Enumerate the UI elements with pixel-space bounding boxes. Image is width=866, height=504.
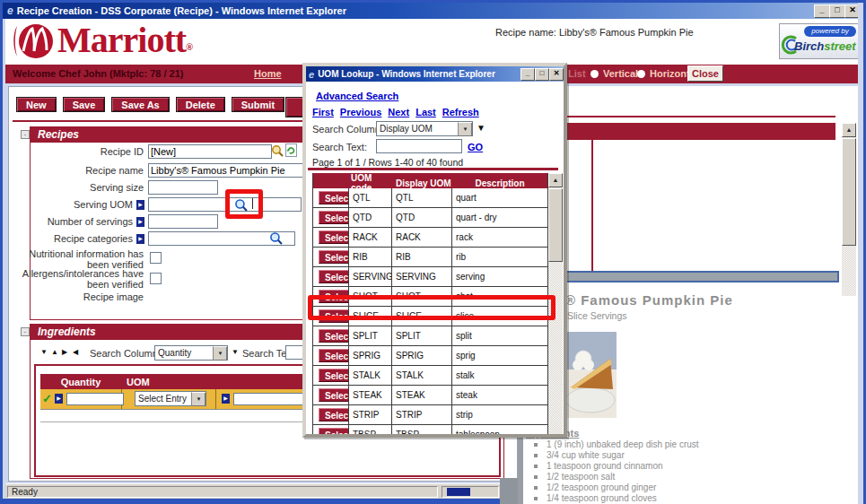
uom-table-row: Select STEAK STEAK steak (313, 386, 547, 405)
select-button[interactable]: Select (319, 250, 349, 264)
toolbar-button[interactable]: Delete (176, 97, 225, 112)
nutritional-verified-checkbox[interactable] (150, 252, 162, 264)
uom-lookup-popup: e UOM Lookup - Windows Internet Explorer… (302, 63, 567, 438)
annotation-slice-row (308, 295, 555, 320)
select-button[interactable]: Select (319, 230, 349, 244)
recipe-id-lookup-icon[interactable] (271, 144, 284, 157)
sort-up-icon[interactable]: ▲ (51, 348, 58, 356)
maximize-button[interactable]: □ (829, 4, 845, 18)
select-button[interactable]: Select (319, 211, 349, 224)
popup-minimize-button[interactable]: _ (520, 68, 535, 81)
number-of-servings-input[interactable] (148, 214, 218, 229)
toolbar-button[interactable]: New (16, 97, 57, 112)
pager-link[interactable]: Refresh (442, 107, 479, 117)
popup-maximize-button[interactable]: □ (535, 68, 549, 81)
move-right-icon[interactable]: ▶ (62, 348, 67, 356)
scroll-up-icon[interactable]: ▲ (842, 123, 856, 137)
uom-code-cell: SERVING (349, 267, 392, 286)
preview-ingredient-text: 1/2 teaspoon ground ginger (547, 482, 656, 492)
uom-code-cell: STEAK (349, 386, 392, 404)
uom-table-row: Select SERVING SERVING serving (313, 267, 547, 287)
select-button[interactable]: Select (319, 191, 349, 204)
advanced-search-link[interactable]: Advanced Search (316, 91, 398, 101)
bullet-icon (534, 475, 538, 479)
dropdown-arrow-icon[interactable]: ▼ (213, 346, 227, 361)
recipe-name-input[interactable] (148, 163, 326, 178)
display-uom-cell: RIB (392, 248, 452, 266)
window-border-top (0, 0, 866, 3)
go-link[interactable]: GO (468, 142, 483, 152)
popup-page-info: Page 1 of 1 / Rows 1-40 of 40 found (312, 157, 463, 168)
quantity-input[interactable] (66, 393, 124, 405)
pager-link[interactable]: First (312, 107, 334, 117)
move-left-icon[interactable]: ◀ (73, 348, 78, 356)
select-button[interactable]: Select (319, 388, 349, 402)
close-panel-button[interactable]: Close (687, 65, 723, 82)
display-uom-cell: TBSP (392, 425, 452, 434)
popup-close-button[interactable]: ✕ (549, 68, 564, 81)
ing-search-column-select[interactable]: Quantity ▼ (154, 345, 228, 361)
uom-code-cell: SPLIT (349, 326, 392, 345)
recipe-categories-lookup-icon[interactable] (269, 231, 283, 245)
uom-select[interactable]: Select Entry ▼ (135, 391, 206, 406)
scrollbar-thumb[interactable] (842, 138, 856, 246)
popup-filter-icon[interactable]: ▼ (477, 123, 485, 133)
marriott-wordmark: Marriott® (57, 19, 192, 61)
select-button[interactable]: Select (319, 270, 349, 283)
select-cell: Select (313, 208, 349, 227)
view-vertical-label: Vertical (603, 68, 638, 79)
recipes-collapse-icon[interactable]: - (21, 130, 30, 139)
preview-ingredient-item: 3/4 cup white sugar (534, 449, 857, 460)
pie-image (565, 332, 617, 418)
pager-link[interactable]: Previous (340, 107, 381, 117)
display-scrollbar[interactable]: ▲ (842, 123, 856, 296)
popup-search-column-select[interactable]: Display UOM ▼ (376, 121, 473, 136)
description-cell: split (452, 326, 547, 345)
select-button[interactable]: Select (319, 349, 349, 362)
ing-search-column-label: Search Column (90, 348, 158, 359)
col-uom: UOM (121, 377, 215, 387)
recipe-id-input[interactable] (148, 144, 272, 159)
scroll-up-icon[interactable]: ▲ (548, 173, 563, 187)
uom-code-cell: SPRIG (349, 346, 392, 365)
home-link[interactable]: Home (254, 68, 282, 79)
pager-link[interactable]: Last (416, 107, 436, 117)
recipe-image-label: Recipe image (18, 291, 144, 302)
description-cell: quart (452, 188, 547, 207)
popup-scrollbar-thumb[interactable] (548, 188, 563, 262)
popup-title: UOM Lookup - Windows Internet Explorer (318, 69, 495, 79)
ing-filter-icon[interactable]: ▼ (232, 348, 239, 356)
preview-subtitle: Slice Servings (567, 310, 627, 321)
select-button[interactable]: Select (319, 428, 349, 434)
sort-down-icon[interactable]: ▼ (40, 348, 48, 356)
allergens-verified-checkbox[interactable] (150, 273, 162, 284)
description-cell: rib (452, 248, 547, 266)
serving-size-input[interactable] (148, 180, 218, 195)
minimize-button[interactable]: _ (814, 4, 830, 18)
toolbar-button[interactable]: Submit (232, 97, 284, 112)
select-button[interactable]: Select (319, 369, 349, 382)
display-header-bar (523, 123, 835, 140)
dropdown-arrow-icon[interactable]: ▼ (458, 122, 472, 136)
allergens-verified-label: Allergens/intolerances have been verifie… (18, 268, 144, 290)
select-button[interactable]: Select (319, 329, 349, 343)
popup-search-text-input[interactable] (376, 139, 462, 153)
bullet-icon (534, 443, 538, 447)
pager-link[interactable]: Next (388, 107, 409, 117)
preview-ingredient-text: 3/4 cup white sugar (547, 450, 625, 460)
dropdown-arrow-icon[interactable]: ▼ (191, 392, 206, 406)
select-button[interactable]: Select (319, 408, 349, 421)
preview-ingredient-text: 1/4 teaspoon ground cloves (547, 493, 657, 503)
vertical-radio[interactable] (590, 70, 599, 78)
toolbar-button[interactable]: Save (63, 97, 106, 112)
horizontal-radio[interactable] (637, 70, 645, 78)
display-uom-cell: STEAK (392, 386, 452, 404)
main-title-bar[interactable]: e Recipe Creation - DSS Corporate (Recip… (3, 3, 863, 19)
select-cell: Select (313, 248, 349, 266)
view-list-label[interactable]: List (568, 68, 586, 79)
uom-code-cell: STALK (349, 366, 392, 385)
refresh-icon[interactable] (285, 143, 297, 157)
ingredients-collapse-icon[interactable]: - (21, 327, 30, 336)
toolbar-button[interactable]: Save As (111, 97, 169, 112)
popup-search-column-value: Display UOM (377, 124, 458, 134)
